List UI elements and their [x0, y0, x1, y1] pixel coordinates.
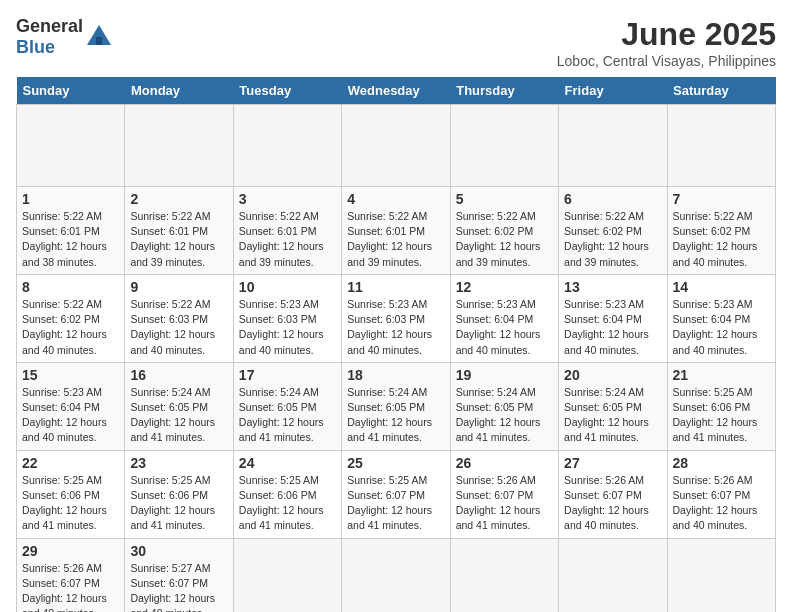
day-number: 21	[673, 367, 770, 383]
day-number: 24	[239, 455, 336, 471]
day-number: 28	[673, 455, 770, 471]
day-number: 18	[347, 367, 444, 383]
calendar-cell: 30 Sunrise: 5:27 AMSunset: 6:07 PMDaylig…	[125, 538, 233, 612]
day-info: Sunrise: 5:22 AMSunset: 6:01 PMDaylight:…	[130, 210, 215, 268]
day-info: Sunrise: 5:22 AMSunset: 6:02 PMDaylight:…	[673, 210, 758, 268]
day-number: 19	[456, 367, 553, 383]
day-info: Sunrise: 5:24 AMSunset: 6:05 PMDaylight:…	[347, 386, 432, 444]
logo-text: General Blue	[16, 16, 83, 58]
day-number: 7	[673, 191, 770, 207]
day-number: 5	[456, 191, 553, 207]
calendar-cell: 15 Sunrise: 5:23 AMSunset: 6:04 PMDaylig…	[17, 362, 125, 450]
day-info: Sunrise: 5:26 AMSunset: 6:07 PMDaylight:…	[22, 562, 107, 613]
calendar-cell: 10 Sunrise: 5:23 AMSunset: 6:03 PMDaylig…	[233, 274, 341, 362]
week-row: 1 Sunrise: 5:22 AMSunset: 6:01 PMDayligh…	[17, 187, 776, 275]
day-number: 17	[239, 367, 336, 383]
day-of-week-header: Thursday	[450, 77, 558, 105]
calendar-cell: 21 Sunrise: 5:25 AMSunset: 6:06 PMDaylig…	[667, 362, 775, 450]
calendar-cell: 9 Sunrise: 5:22 AMSunset: 6:03 PMDayligh…	[125, 274, 233, 362]
day-info: Sunrise: 5:22 AMSunset: 6:03 PMDaylight:…	[130, 298, 215, 356]
calendar-cell	[559, 105, 667, 187]
day-of-week-header: Saturday	[667, 77, 775, 105]
calendar-cell: 25 Sunrise: 5:25 AMSunset: 6:07 PMDaylig…	[342, 450, 450, 538]
day-of-week-header: Tuesday	[233, 77, 341, 105]
day-number: 3	[239, 191, 336, 207]
day-info: Sunrise: 5:23 AMSunset: 6:04 PMDaylight:…	[564, 298, 649, 356]
calendar-cell	[450, 538, 558, 612]
day-number: 22	[22, 455, 119, 471]
calendar-cell: 13 Sunrise: 5:23 AMSunset: 6:04 PMDaylig…	[559, 274, 667, 362]
calendar-cell: 17 Sunrise: 5:24 AMSunset: 6:05 PMDaylig…	[233, 362, 341, 450]
day-info: Sunrise: 5:22 AMSunset: 6:02 PMDaylight:…	[564, 210, 649, 268]
calendar-cell: 27 Sunrise: 5:26 AMSunset: 6:07 PMDaylig…	[559, 450, 667, 538]
day-info: Sunrise: 5:26 AMSunset: 6:07 PMDaylight:…	[564, 474, 649, 532]
day-number: 1	[22, 191, 119, 207]
day-info: Sunrise: 5:27 AMSunset: 6:07 PMDaylight:…	[130, 562, 215, 613]
svg-rect-1	[96, 37, 102, 45]
calendar-title: June 2025	[557, 16, 776, 53]
week-row	[17, 105, 776, 187]
day-info: Sunrise: 5:23 AMSunset: 6:03 PMDaylight:…	[239, 298, 324, 356]
day-info: Sunrise: 5:23 AMSunset: 6:04 PMDaylight:…	[673, 298, 758, 356]
day-info: Sunrise: 5:26 AMSunset: 6:07 PMDaylight:…	[673, 474, 758, 532]
day-number: 11	[347, 279, 444, 295]
calendar-cell: 23 Sunrise: 5:25 AMSunset: 6:06 PMDaylig…	[125, 450, 233, 538]
calendar-cell	[559, 538, 667, 612]
calendar-cell	[667, 538, 775, 612]
calendar-cell: 1 Sunrise: 5:22 AMSunset: 6:01 PMDayligh…	[17, 187, 125, 275]
day-info: Sunrise: 5:24 AMSunset: 6:05 PMDaylight:…	[456, 386, 541, 444]
calendar-cell: 8 Sunrise: 5:22 AMSunset: 6:02 PMDayligh…	[17, 274, 125, 362]
calendar-cell: 29 Sunrise: 5:26 AMSunset: 6:07 PMDaylig…	[17, 538, 125, 612]
calendar-cell	[233, 105, 341, 187]
day-number: 12	[456, 279, 553, 295]
week-row: 29 Sunrise: 5:26 AMSunset: 6:07 PMDaylig…	[17, 538, 776, 612]
day-info: Sunrise: 5:25 AMSunset: 6:06 PMDaylight:…	[22, 474, 107, 532]
day-number: 16	[130, 367, 227, 383]
calendar-cell	[233, 538, 341, 612]
day-number: 14	[673, 279, 770, 295]
title-area: June 2025 Loboc, Central Visayas, Philip…	[557, 16, 776, 69]
week-row: 8 Sunrise: 5:22 AMSunset: 6:02 PMDayligh…	[17, 274, 776, 362]
calendar-cell	[342, 538, 450, 612]
day-number: 9	[130, 279, 227, 295]
week-row: 22 Sunrise: 5:25 AMSunset: 6:06 PMDaylig…	[17, 450, 776, 538]
page-header: General Blue June 2025 Loboc, Central Vi…	[16, 16, 776, 69]
calendar-cell	[17, 105, 125, 187]
day-info: Sunrise: 5:25 AMSunset: 6:07 PMDaylight:…	[347, 474, 432, 532]
calendar-cell: 14 Sunrise: 5:23 AMSunset: 6:04 PMDaylig…	[667, 274, 775, 362]
day-info: Sunrise: 5:22 AMSunset: 6:01 PMDaylight:…	[22, 210, 107, 268]
day-info: Sunrise: 5:26 AMSunset: 6:07 PMDaylight:…	[456, 474, 541, 532]
day-of-week-header: Monday	[125, 77, 233, 105]
calendar-subtitle: Loboc, Central Visayas, Philippines	[557, 53, 776, 69]
calendar-cell	[342, 105, 450, 187]
logo: General Blue	[16, 16, 113, 58]
calendar-cell: 19 Sunrise: 5:24 AMSunset: 6:05 PMDaylig…	[450, 362, 558, 450]
day-of-week-header: Sunday	[17, 77, 125, 105]
calendar-cell: 16 Sunrise: 5:24 AMSunset: 6:05 PMDaylig…	[125, 362, 233, 450]
day-number: 10	[239, 279, 336, 295]
day-of-week-header: Wednesday	[342, 77, 450, 105]
day-info: Sunrise: 5:23 AMSunset: 6:03 PMDaylight:…	[347, 298, 432, 356]
day-info: Sunrise: 5:22 AMSunset: 6:02 PMDaylight:…	[22, 298, 107, 356]
day-number: 23	[130, 455, 227, 471]
calendar-cell: 24 Sunrise: 5:25 AMSunset: 6:06 PMDaylig…	[233, 450, 341, 538]
day-number: 6	[564, 191, 661, 207]
calendar-cell: 22 Sunrise: 5:25 AMSunset: 6:06 PMDaylig…	[17, 450, 125, 538]
day-number: 15	[22, 367, 119, 383]
calendar-cell	[667, 105, 775, 187]
days-of-week-row: SundayMondayTuesdayWednesdayThursdayFrid…	[17, 77, 776, 105]
day-info: Sunrise: 5:25 AMSunset: 6:06 PMDaylight:…	[673, 386, 758, 444]
day-number: 4	[347, 191, 444, 207]
day-number: 29	[22, 543, 119, 559]
calendar-cell: 11 Sunrise: 5:23 AMSunset: 6:03 PMDaylig…	[342, 274, 450, 362]
calendar-cell: 4 Sunrise: 5:22 AMSunset: 6:01 PMDayligh…	[342, 187, 450, 275]
day-info: Sunrise: 5:23 AMSunset: 6:04 PMDaylight:…	[456, 298, 541, 356]
day-info: Sunrise: 5:22 AMSunset: 6:02 PMDaylight:…	[456, 210, 541, 268]
calendar-cell: 3 Sunrise: 5:22 AMSunset: 6:01 PMDayligh…	[233, 187, 341, 275]
day-info: Sunrise: 5:22 AMSunset: 6:01 PMDaylight:…	[347, 210, 432, 268]
day-of-week-header: Friday	[559, 77, 667, 105]
day-info: Sunrise: 5:24 AMSunset: 6:05 PMDaylight:…	[564, 386, 649, 444]
calendar-cell: 6 Sunrise: 5:22 AMSunset: 6:02 PMDayligh…	[559, 187, 667, 275]
calendar-cell	[450, 105, 558, 187]
week-row: 15 Sunrise: 5:23 AMSunset: 6:04 PMDaylig…	[17, 362, 776, 450]
